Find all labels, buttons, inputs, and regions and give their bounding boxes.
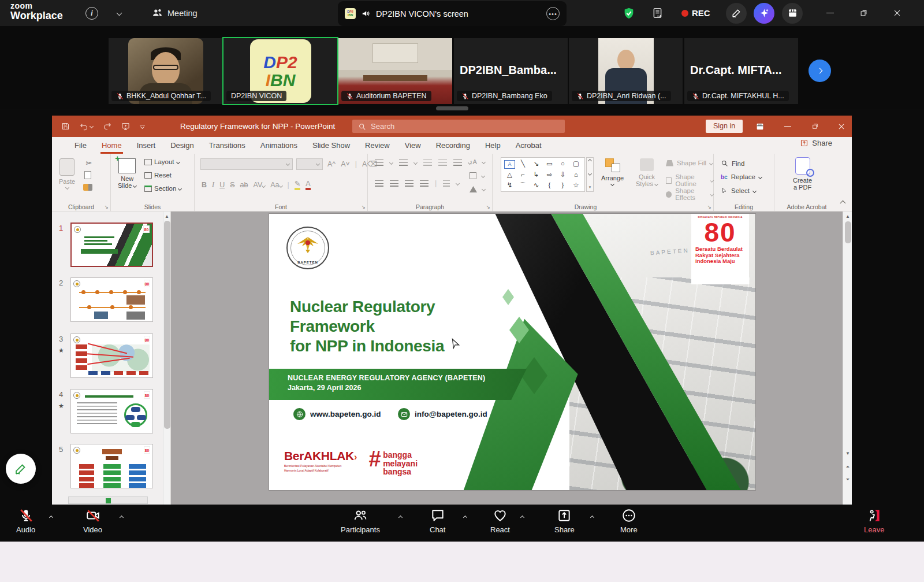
- slide-thumbnail-4[interactable]: 80: [70, 389, 153, 433]
- underline-button[interactable]: U: [219, 181, 225, 189]
- character-spacing-button[interactable]: AV: [253, 181, 265, 189]
- slide-editing-canvas[interactable]: BAPETEN BAPETEN Nuclear Regula: [171, 212, 843, 505]
- ribbon-display-options-button[interactable]: [747, 116, 773, 137]
- tab-transitions[interactable]: Transitions: [202, 137, 253, 154]
- thumbnails-scrollbar[interactable]: ▲: [163, 212, 170, 505]
- react-chevron[interactable]: [521, 512, 524, 521]
- previous-slide-button[interactable]: ⏶: [844, 464, 851, 470]
- ppt-minimize-button[interactable]: [775, 116, 800, 137]
- tab-design[interactable]: Design: [163, 137, 201, 154]
- tab-insert[interactable]: Insert: [129, 137, 163, 154]
- tab-slide-show[interactable]: Slide Show: [305, 137, 357, 154]
- text-direction-button[interactable]: ↕A: [470, 158, 485, 165]
- participant-tile[interactable]: DP2IBN_Bamba... DP2IBN_Bambang Eko: [454, 38, 568, 104]
- strip-drag-handle[interactable]: [436, 106, 468, 110]
- collapse-ribbon-button[interactable]: [841, 197, 845, 207]
- audio-button[interactable]: Audio: [16, 508, 35, 534]
- ai-companion-button[interactable]: [754, 0, 774, 26]
- format-painter-button[interactable]: [83, 184, 92, 191]
- participant-tile[interactable]: Auditorium BAPETEN: [338, 38, 452, 104]
- cut-button[interactable]: ✂: [84, 158, 94, 168]
- tab-animations[interactable]: Animations: [253, 137, 305, 154]
- zoom-close-button[interactable]: [884, 0, 910, 26]
- change-case-button[interactable]: Aa: [270, 181, 282, 189]
- font-color-button[interactable]: A: [305, 180, 310, 190]
- highlight-button[interactable]: ✎: [295, 179, 300, 190]
- sign-in-button[interactable]: Sign in: [706, 120, 743, 133]
- shape-outline-button[interactable]: Shape Outline: [666, 173, 713, 187]
- participant-tile[interactable]: BHKK_Abdul Qohhar T...: [109, 38, 222, 104]
- participant-tile[interactable]: DP2IBN_Anri Ridwan (...: [569, 38, 683, 104]
- participant-tile-active-speaker[interactable]: DP2 IBN DP2IBN VICON: [223, 38, 337, 104]
- share-chevron[interactable]: [591, 512, 594, 521]
- shapes-scroll[interactable]: ▾: [586, 157, 594, 192]
- shared-screen-tab[interactable]: DP2 IBN DP2IBN VICON's screen •••: [338, 1, 567, 26]
- security-shield-icon[interactable]: [623, 0, 635, 26]
- annotation-pencil-fab[interactable]: [6, 454, 36, 484]
- tab-more-options-icon[interactable]: •••: [546, 7, 560, 20]
- paste-button[interactable]: Paste: [59, 158, 75, 189]
- search-input[interactable]: Search: [352, 120, 565, 133]
- ppt-close-button[interactable]: [829, 116, 854, 137]
- tab-meeting[interactable]: Meeting: [151, 0, 198, 26]
- share-document-button[interactable]: Share: [800, 139, 832, 147]
- format-shape-dialog-launcher[interactable]: ↘: [707, 204, 711, 210]
- annotate-button[interactable]: [726, 0, 747, 26]
- video-button[interactable]: Video: [83, 508, 102, 534]
- bullets-button[interactable]: [375, 160, 383, 166]
- convert-smartart-button[interactable]: [470, 186, 485, 192]
- audio-options-chevron[interactable]: [50, 512, 53, 521]
- chat-button[interactable]: Chat: [430, 508, 445, 534]
- clipboard-dialog-launcher[interactable]: ↘: [104, 204, 109, 210]
- replace-button[interactable]: bcReplace: [721, 173, 762, 180]
- quick-styles-button[interactable]: Quick Styles: [636, 158, 658, 187]
- meeting-info-button[interactable]: i: [85, 0, 98, 26]
- justify-button[interactable]: [420, 180, 429, 187]
- topbar-chevron-button[interactable]: [117, 0, 121, 26]
- slide-scrollbar[interactable]: ▲ ▼ ⏶ ⏷: [843, 212, 852, 505]
- scroll-down-icon[interactable]: ▼: [844, 450, 851, 457]
- ppt-restore-button[interactable]: [802, 116, 828, 137]
- copy-button[interactable]: [84, 171, 91, 179]
- next-participants-button[interactable]: [808, 60, 831, 82]
- columns-button[interactable]: [443, 180, 450, 187]
- line-spacing-button[interactable]: [453, 160, 462, 166]
- align-center-button[interactable]: [390, 180, 398, 187]
- tab-review[interactable]: Review: [357, 137, 397, 154]
- italic-button[interactable]: I: [212, 180, 214, 189]
- zoom-minimize-button[interactable]: [817, 0, 843, 26]
- undo-button[interactable]: [80, 122, 93, 131]
- captions-transcript-button[interactable]: [651, 0, 664, 26]
- save-button[interactable]: [61, 122, 70, 131]
- react-button[interactable]: React: [490, 508, 510, 534]
- customize-qat-button[interactable]: [140, 125, 145, 128]
- slide-thumbnail-5[interactable]: 80: [70, 444, 153, 488]
- slide-thumbnail-3[interactable]: 80: [70, 333, 153, 378]
- tab-acrobat[interactable]: Acrobat: [508, 137, 549, 154]
- bold-button[interactable]: B: [202, 181, 207, 189]
- strikethrough-button[interactable]: ab: [240, 181, 248, 189]
- redo-button[interactable]: [103, 122, 111, 131]
- tab-home[interactable]: Home: [94, 137, 129, 154]
- zoom-restore-button[interactable]: [850, 0, 877, 26]
- tab-view[interactable]: View: [397, 137, 429, 154]
- font-name-select[interactable]: [200, 158, 293, 170]
- tab-help[interactable]: Help: [478, 137, 508, 154]
- video-options-chevron[interactable]: [120, 512, 123, 521]
- start-slideshow-button[interactable]: [121, 122, 130, 131]
- select-button[interactable]: Select: [721, 187, 756, 194]
- tab-file[interactable]: File: [67, 137, 94, 154]
- arrange-button[interactable]: Arrange: [601, 158, 624, 186]
- slide-thumbnail-1[interactable]: 80: [70, 223, 153, 267]
- shadow-button[interactable]: S: [230, 181, 234, 189]
- section-button[interactable]: Section: [144, 185, 181, 192]
- align-text-button[interactable]: [470, 172, 485, 179]
- shape-effects-button[interactable]: Shape Effects: [666, 187, 713, 201]
- participant-tile[interactable]: Dr.Capt. MIFTA... Dr.Capt. MIFTAKHUL H..…: [684, 38, 798, 104]
- tab-recording[interactable]: Recording: [429, 137, 478, 154]
- share-screen-button[interactable]: Share: [554, 508, 575, 534]
- participants-button[interactable]: Participants: [341, 508, 380, 534]
- slide[interactable]: BAPETEN BAPETEN Nuclear Regula: [269, 214, 755, 490]
- font-dialog-launcher[interactable]: ↘: [361, 204, 366, 210]
- textbox-shape-icon[interactable]: A: [504, 160, 515, 169]
